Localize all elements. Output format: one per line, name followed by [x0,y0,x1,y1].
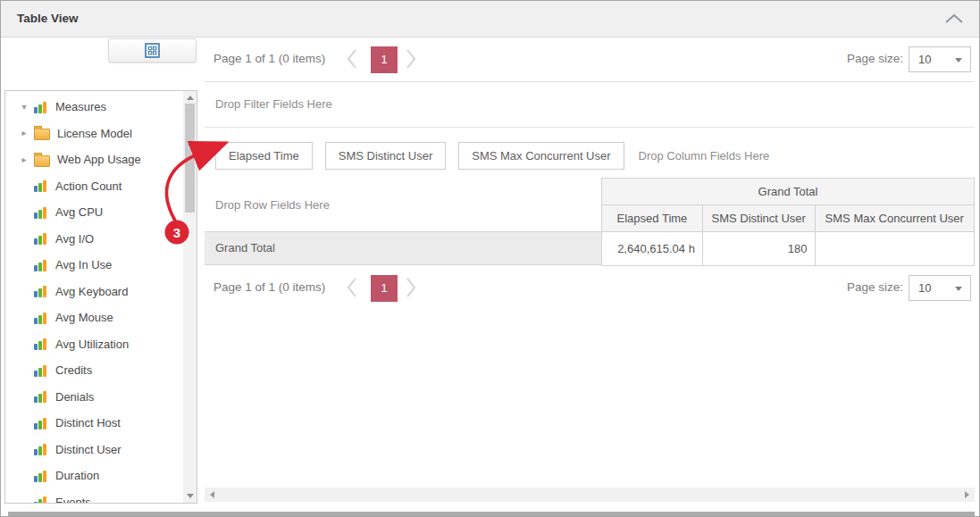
column-group-header-row: Grand Total [602,179,975,205]
cell-sms-distinct-user: 180 [702,232,815,266]
cell-elapsed-time: 2,640,615.04 h [602,232,703,266]
tree-item-action-count[interactable]: Action Count [5,173,182,200]
page-number-button[interactable]: 1 [371,46,398,73]
column-header-elapsed-time: Elapsed Time [602,205,703,232]
next-page-button[interactable] [405,47,417,71]
pager-status: Page 1 of 1 (0 items) [214,37,325,81]
tree-item-license-model[interactable]: ▸ License Model [5,121,182,147]
chevron-down-icon[interactable]: ▾ [14,103,34,112]
bar-chart-icon [34,206,48,219]
bar-chart-icon [34,443,48,455]
pager-status: Page 1 of 1 (0 items) [214,265,325,310]
grid-icon [145,43,160,58]
pivot-main-area: Page 1 of 1 (0 items) 1 Page size: 10 Dr… [205,37,975,503]
cell-sms-max-concurrent-user [815,232,974,266]
chevron-right-icon[interactable]: ▸ [14,155,34,164]
column-header-sms-distinct-user: SMS Distinct User [702,205,815,232]
tree-item-credits[interactable]: Credits [5,357,182,384]
collapse-panel-button[interactable] [943,13,965,25]
page-size-select[interactable]: 10 [909,46,971,72]
chevron-left-icon [346,47,358,71]
tree-item-denials[interactable]: Denials [5,384,182,411]
pivot-table: Grand Total Elapsed Time SMS Distinct Us… [601,178,975,266]
measures-tree-panel: ▾ Measures ▸ License Model ▸ Web App Usa… [4,90,197,504]
tree-item-avg-mouse[interactable]: Avg Mouse [5,304,182,331]
table-view-panel: Table View ▾ Measures ▸ Li [0,0,980,517]
tree-item-duration[interactable]: Duration [5,463,182,489]
tree-vertical-scrollbar[interactable] [183,91,197,503]
prev-page-button[interactable] [346,276,358,299]
pager-bottom: Page 1 of 1 (0 items) 1 Page size: 10 [205,265,975,310]
table-row: 2,640,615.04 h 180 [602,232,975,266]
chevron-right-icon [405,276,417,299]
field-chip-sms-max-concurrent-user[interactable]: SMS Max Concurrent User [458,142,624,170]
next-page-button[interactable] [405,276,417,299]
dropdown-arrow-icon [955,58,962,63]
tree-item-avg-cpu[interactable]: Avg CPU [5,199,182,226]
chevron-right-icon[interactable]: ▸ [14,129,34,138]
column-fields-dropzone[interactable]: Drop Column Fields Here [639,149,770,163]
column-header-row: Elapsed Time SMS Distinct User SMS Max C… [602,205,975,232]
panel-title: Table View [17,1,79,37]
page-horizontal-scrollbar[interactable] [8,512,975,516]
folder-icon [34,129,50,140]
scrollbar-thumb[interactable] [185,104,195,213]
prev-page-button[interactable] [346,47,358,71]
pager-top: Page 1 of 1 (0 items) 1 Page size: 10 [205,37,975,82]
row-fields-dropzone[interactable]: Drop Row Fields Here [215,179,330,231]
grand-total-column-header: Grand Total [602,179,975,205]
tree-item-events[interactable]: Events [5,489,182,504]
page-number-button[interactable]: 1 [371,275,398,302]
scroll-left-icon[interactable] [210,491,214,498]
bar-chart-icon [34,417,48,429]
page-size-label: Page size: [847,265,903,310]
scroll-up-icon[interactable] [187,96,194,100]
bar-chart-icon [34,312,48,324]
bar-chart-icon [34,232,48,245]
chevron-left-icon [346,276,358,299]
row-grand-total-label: Grand Total [205,231,601,265]
bar-chart-icon [34,390,48,403]
tree-item-avg-utilization[interactable]: Avg Utilization [5,331,182,358]
tree-item-distinct-user[interactable]: Distinct User [5,437,182,463]
scroll-right-icon[interactable] [965,491,969,498]
bar-chart-icon [34,470,48,482]
field-chip-elapsed-time[interactable]: Elapsed Time [215,142,313,170]
page-size-value: 10 [918,276,931,300]
data-fields-row: Elapsed Time SMS Distinct User SMS Max C… [215,142,769,170]
bar-chart-icon [34,496,48,504]
chevron-right-icon [405,47,417,71]
field-list-button[interactable] [108,38,197,63]
main-horizontal-scrollbar[interactable] [205,488,975,502]
titlebar: Table View [1,1,979,38]
scroll-down-icon[interactable] [187,494,194,498]
filter-fields-dropzone[interactable]: Drop Filter Fields Here [205,81,975,128]
field-chip-sms-distinct-user[interactable]: SMS Distinct User [325,142,446,170]
page-size-label: Page size: [847,37,903,81]
tree-item-distinct-host[interactable]: Distinct Host [5,410,182,437]
bar-chart-icon [34,179,48,192]
tree-item-avg-io[interactable]: Avg I/O [5,226,182,253]
bar-chart-icon [34,364,48,377]
chevron-up-icon [943,13,965,25]
column-header-sms-max-concurrent-user: SMS Max Concurrent User [815,205,974,232]
tree-item-web-app-usage[interactable]: ▸ Web App Usage [5,146,182,173]
bar-chart-icon [34,259,48,271]
dropdown-arrow-icon [955,287,962,291]
page-size-select[interactable]: 10 [909,275,971,301]
page-size-value: 10 [918,47,931,71]
tree-item-measures[interactable]: ▾ Measures [5,94,182,121]
folder-icon [34,155,50,167]
tree-item-avg-in-use[interactable]: Avg In Use [5,252,182,279]
bar-chart-icon [34,285,48,297]
tree-item-avg-keyboard[interactable]: Avg Keyboard [5,279,182,305]
bar-chart-icon [34,101,48,113]
bar-chart-icon [34,338,48,350]
